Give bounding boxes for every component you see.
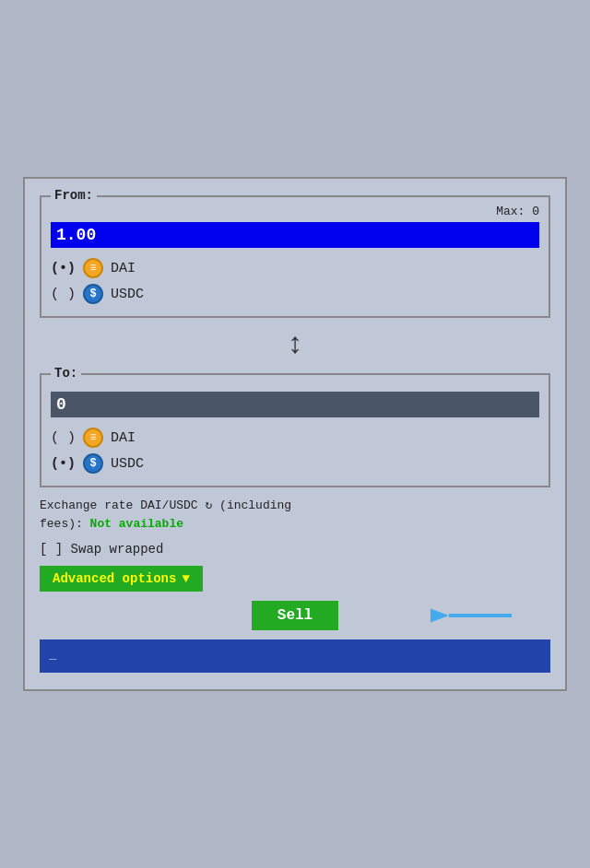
main-container: From: Max: 0 (•) ≡ DAI ( ) $ USDC ↕ <box>23 177 567 691</box>
from-value-input[interactable] <box>51 222 539 248</box>
advanced-options-button[interactable]: Advanced options ▼ <box>40 566 203 592</box>
from-panel-wrapper: From: Max: 0 (•) ≡ DAI ( ) $ USDC <box>40 195 550 318</box>
to-dai-label: DAI <box>111 430 136 446</box>
to-panel: To: ( ) ≡ DAI (•) $ USDC <box>40 373 550 487</box>
dai-icon-to: ≡ <box>83 428 103 448</box>
sell-button-label: Sell <box>277 607 313 624</box>
from-panel: From: Max: 0 (•) ≡ DAI ( ) $ USDC <box>40 195 550 318</box>
to-value-input[interactable] <box>51 392 539 417</box>
from-dai-option[interactable]: (•) ≡ DAI <box>51 255 539 281</box>
blue-arrow-annotation <box>431 599 513 632</box>
not-available-label: Not available <box>90 517 183 531</box>
to-usdc-radio: (•) <box>51 456 76 472</box>
from-usdc-label: USDC <box>111 287 144 302</box>
advanced-options-wrapper: Advanced options ▼ <box>40 566 550 592</box>
swap-wrapped-label: [ ] Swap wrapped <box>40 542 163 557</box>
to-usdc-option[interactable]: (•) $ USDC <box>51 451 539 476</box>
swap-arrows[interactable]: ↕ <box>40 327 550 364</box>
from-dai-radio: (•) <box>51 261 76 276</box>
refresh-icon[interactable]: ↻ <box>205 499 212 512</box>
sell-button[interactable]: Sell <box>252 601 338 630</box>
advanced-options-label: Advanced options <box>53 571 176 586</box>
from-dai-label: DAI <box>111 261 136 276</box>
to-panel-wrapper: To: ( ) ≡ DAI (•) $ USDC <box>40 373 550 487</box>
usdc-icon-from: $ <box>83 284 103 304</box>
from-usdc-option[interactable]: ( ) $ USDC <box>51 281 539 307</box>
from-usdc-radio: ( ) <box>51 287 76 302</box>
to-dai-radio: ( ) <box>51 430 76 446</box>
status-bar: _ <box>40 639 550 673</box>
swap-wrapped-section[interactable]: [ ] Swap wrapped <box>40 542 550 557</box>
exchange-rate-section: Exchange rate DAI/USDC ↻ (includingfees)… <box>40 497 550 533</box>
usdc-icon-to: $ <box>83 453 103 474</box>
to-usdc-label: USDC <box>111 456 144 472</box>
max-label: Max: 0 <box>51 205 539 218</box>
to-label: To: <box>51 366 81 381</box>
dai-icon-from: ≡ <box>83 258 103 278</box>
to-dai-option[interactable]: ( ) ≡ DAI <box>51 425 539 451</box>
sell-row: Sell <box>40 601 550 630</box>
status-text: _ <box>49 647 56 662</box>
from-label: From: <box>51 188 97 203</box>
advanced-options-arrow-icon: ▼ <box>182 571 189 586</box>
exchange-rate-label: Exchange rate DAI/USDC <box>40 499 205 512</box>
